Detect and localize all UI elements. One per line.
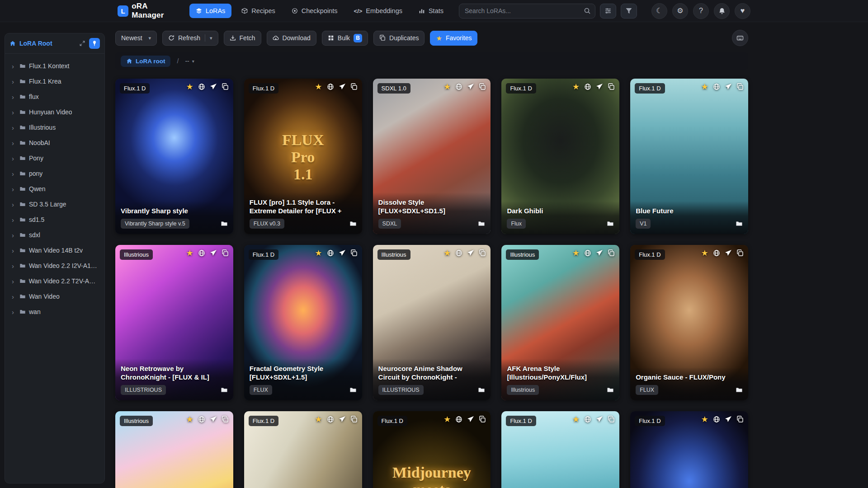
copy-icon[interactable] <box>222 249 229 257</box>
version-pill[interactable]: ILLUSTRIOUS <box>121 385 166 395</box>
bulk-button[interactable]: Bulk B <box>322 31 368 46</box>
globe-icon[interactable] <box>584 416 591 423</box>
download-button[interactable]: Download <box>267 31 316 46</box>
copy-icon[interactable] <box>608 249 615 257</box>
version-pill[interactable]: SDXL <box>378 219 401 229</box>
lora-card[interactable]: Flux.1 D ★ Blue Future V1 <box>630 79 748 234</box>
nav-tab-checkpoints[interactable]: Checkpoints <box>285 4 344 18</box>
copy-icon[interactable] <box>222 83 229 90</box>
globe-icon[interactable] <box>584 83 591 90</box>
breadcrumb-current-dropdown[interactable]: -- ▾ <box>185 57 194 65</box>
app-logo[interactable]: L oRA Manager <box>118 2 180 20</box>
send-icon[interactable] <box>725 83 732 90</box>
copy-icon[interactable] <box>222 416 229 423</box>
refresh-button[interactable]: Refresh ▾ <box>162 31 218 46</box>
globe-icon[interactable] <box>327 416 334 423</box>
folder-icon[interactable] <box>607 220 614 227</box>
keyboard-shortcuts-button[interactable] <box>732 30 748 46</box>
sidebar-folder-item[interactable]: › Hunyuan Video <box>8 104 101 120</box>
sidebar-folder-item[interactable]: › wan <box>8 304 101 319</box>
folder-icon[interactable] <box>221 220 228 227</box>
send-icon[interactable] <box>725 416 732 423</box>
send-icon[interactable] <box>339 83 346 90</box>
copy-icon[interactable] <box>479 83 486 90</box>
favorite-star-icon[interactable]: ★ <box>701 415 708 423</box>
send-icon[interactable] <box>210 249 217 257</box>
sidebar-root-label[interactable]: LoRA Root <box>19 40 52 47</box>
send-icon[interactable] <box>339 249 346 257</box>
favorite-star-icon[interactable]: ★ <box>701 83 708 91</box>
duplicates-button[interactable]: Duplicates <box>373 31 425 46</box>
sidebar-folder-item[interactable]: › pony <box>8 166 101 181</box>
lora-card[interactable]: Illustrious ★ Neurocore Anime Shadow Cir… <box>373 245 491 400</box>
lora-card[interactable]: Flux.1 D ★ Vibrantly Sharp style Vibrant… <box>115 79 233 234</box>
sidebar-folder-item[interactable]: › SD 3.5 Large <box>8 197 101 212</box>
search-options-button[interactable] <box>600 4 616 19</box>
favorite-star-icon[interactable]: ★ <box>701 249 708 257</box>
favorite-star-icon[interactable]: ★ <box>443 83 451 91</box>
globe-icon[interactable] <box>198 83 205 90</box>
globe-icon[interactable] <box>198 249 205 257</box>
filter-button[interactable] <box>621 4 637 19</box>
sidebar-folder-item[interactable]: › Flux.1 Kontext <box>8 58 101 74</box>
lora-card[interactable]: Flux.1 D ★ Dark Ghibli Flux <box>501 79 619 234</box>
globe-icon[interactable] <box>198 416 205 423</box>
copy-icon[interactable] <box>350 416 358 423</box>
nav-tab-loras[interactable]: LoRAs <box>189 4 232 18</box>
pin-sidebar-button[interactable] <box>89 38 100 49</box>
sidebar-folder-item[interactable]: › Flux.1 Krea <box>8 74 101 89</box>
folder-icon[interactable] <box>221 386 228 394</box>
send-icon[interactable] <box>596 416 603 423</box>
sidebar-folder-item[interactable]: › flux <box>8 89 101 104</box>
send-icon[interactable] <box>596 83 603 90</box>
search-icon[interactable] <box>584 7 591 14</box>
lora-card[interactable]: Flux.1 D ★ <box>501 411 619 488</box>
sidebar-folder-item[interactable]: › NoobAI <box>8 135 101 150</box>
globe-icon[interactable] <box>327 249 334 257</box>
copy-icon[interactable] <box>608 416 615 423</box>
sidebar-folder-item[interactable]: › Wan Video <box>8 289 101 304</box>
search-input[interactable] <box>459 4 595 19</box>
sidebar-folder-item[interactable]: › Qwen <box>8 181 101 197</box>
lora-card[interactable]: Flux.1 D ★ Organic Sauce - FLUX/Pony FLU… <box>630 245 748 400</box>
sort-dropdown[interactable]: Newest ▾ <box>115 31 157 46</box>
version-pill[interactable]: Illustrious <box>507 385 539 395</box>
folder-icon[interactable] <box>736 386 743 394</box>
folder-icon[interactable] <box>478 386 485 394</box>
settings-button[interactable]: ⚙ <box>672 3 688 19</box>
favorite-star-icon[interactable]: ★ <box>186 83 193 91</box>
folder-icon[interactable] <box>736 220 743 227</box>
folder-icon[interactable] <box>349 220 357 227</box>
copy-icon[interactable] <box>608 83 615 90</box>
notifications-button[interactable] <box>714 3 730 19</box>
lora-card[interactable]: Midjourney meets FLUX Flux.1 D ★ <box>373 411 491 488</box>
favorite-star-icon[interactable]: ★ <box>315 415 322 423</box>
lora-card[interactable]: SDXL 1.0 ★ Dissolve Style [FLUX+SDXL+SD1… <box>373 79 491 234</box>
version-pill[interactable]: FLUX <box>250 385 272 395</box>
send-icon[interactable] <box>596 249 603 257</box>
version-pill[interactable]: Flux <box>507 219 526 229</box>
globe-icon[interactable] <box>327 83 334 90</box>
copy-icon[interactable] <box>350 83 358 90</box>
copy-icon[interactable] <box>736 249 744 257</box>
copy-icon[interactable] <box>479 249 486 257</box>
theme-toggle-button[interactable]: ☾ <box>651 3 667 19</box>
folder-icon[interactable] <box>478 220 485 227</box>
version-pill[interactable]: V1 <box>636 219 651 229</box>
send-icon[interactable] <box>210 416 217 423</box>
version-pill[interactable]: Vibrantly Sharp style v.5 <box>121 219 189 229</box>
sidebar-folder-item[interactable]: › sdxl <box>8 227 101 243</box>
favorite-star-icon[interactable]: ★ <box>572 83 580 91</box>
sidebar-folder-item[interactable]: › sd1.5 <box>8 212 101 227</box>
globe-icon[interactable] <box>713 416 720 423</box>
favorite-star-icon[interactable]: ★ <box>572 415 580 423</box>
copy-icon[interactable] <box>736 416 744 423</box>
nav-tab-stats[interactable]: Stats <box>412 4 450 18</box>
version-pill[interactable]: ILLUSTRIOUS <box>378 385 424 395</box>
globe-icon[interactable] <box>455 83 462 90</box>
version-pill[interactable]: FLUX v0.3 <box>250 219 284 229</box>
send-icon[interactable] <box>339 416 346 423</box>
chevron-down-icon[interactable]: ▾ <box>210 35 212 41</box>
send-icon[interactable] <box>467 83 474 90</box>
sidebar-folder-item[interactable]: › Wan Video 14B t2v <box>8 243 101 258</box>
